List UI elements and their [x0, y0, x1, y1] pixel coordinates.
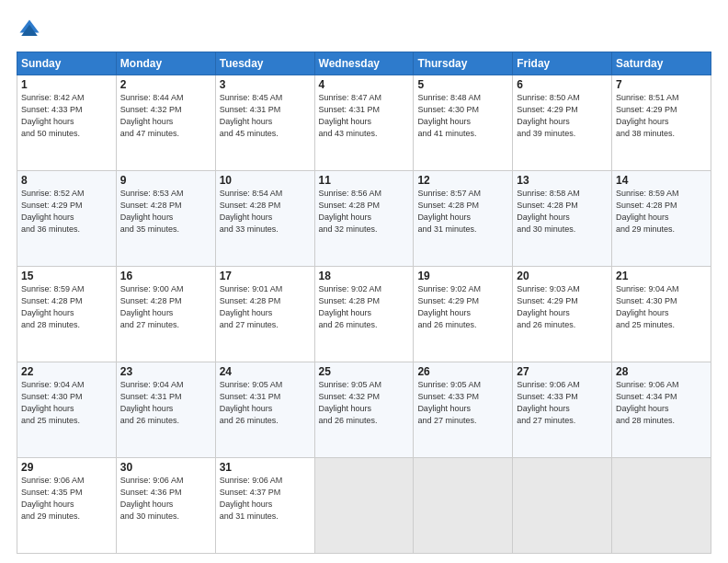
day-number: 25	[319, 365, 410, 378]
day-info: Sunrise: 8:48 AMSunset: 4:30 PMDaylight …	[417, 93, 481, 138]
page: SundayMondayTuesdayWednesdayThursdayFrid…	[0, 0, 728, 563]
calendar-cell: 21 Sunrise: 9:04 AMSunset: 4:30 PMDaylig…	[612, 267, 711, 362]
calendar-header-sunday: Sunday	[17, 52, 117, 75]
day-info: Sunrise: 9:02 AMSunset: 4:28 PMDaylight …	[319, 284, 382, 329]
day-info: Sunrise: 9:06 AMSunset: 4:33 PMDaylight …	[517, 380, 580, 425]
day-number: 6	[517, 78, 608, 91]
day-number: 8	[21, 174, 112, 187]
calendar-cell: 8 Sunrise: 8:52 AMSunset: 4:29 PMDayligh…	[17, 171, 117, 267]
day-info: Sunrise: 8:47 AMSunset: 4:31 PMDaylight …	[319, 93, 382, 138]
calendar-cell: 22 Sunrise: 9:04 AMSunset: 4:30 PMDaylig…	[17, 362, 117, 458]
day-info: Sunrise: 9:01 AMSunset: 4:28 PMDaylight …	[220, 284, 283, 329]
calendar-cell: 4 Sunrise: 8:47 AMSunset: 4:31 PMDayligh…	[314, 75, 414, 171]
day-number: 1	[21, 78, 112, 91]
day-info: Sunrise: 9:00 AMSunset: 4:28 PMDaylight …	[120, 284, 184, 329]
day-number: 30	[120, 461, 211, 474]
day-info: Sunrise: 8:58 AMSunset: 4:28 PMDaylight …	[517, 189, 580, 234]
day-number: 3	[220, 78, 311, 91]
calendar-header-thursday: Thursday	[414, 52, 513, 75]
day-number: 19	[417, 270, 508, 282]
day-number: 7	[616, 78, 707, 91]
calendar-header-row: SundayMondayTuesdayWednesdayThursdayFrid…	[17, 52, 711, 75]
calendar-week-2: 8 Sunrise: 8:52 AMSunset: 4:29 PMDayligh…	[17, 171, 711, 267]
day-number: 14	[616, 174, 707, 187]
calendar-cell	[414, 458, 513, 554]
calendar-cell	[612, 458, 711, 554]
day-info: Sunrise: 8:51 AMSunset: 4:29 PMDaylight …	[616, 93, 679, 138]
day-number: 17	[220, 270, 311, 282]
day-info: Sunrise: 9:04 AMSunset: 4:31 PMDaylight …	[120, 380, 184, 425]
calendar-cell: 5 Sunrise: 8:48 AMSunset: 4:30 PMDayligh…	[414, 75, 513, 171]
calendar-cell	[314, 458, 414, 554]
calendar-cell: 24 Sunrise: 9:05 AMSunset: 4:31 PMDaylig…	[215, 362, 314, 458]
day-info: Sunrise: 8:50 AMSunset: 4:29 PMDaylight …	[517, 93, 580, 138]
calendar-cell: 28 Sunrise: 9:06 AMSunset: 4:34 PMDaylig…	[612, 362, 711, 458]
calendar-cell: 19 Sunrise: 9:02 AMSunset: 4:29 PMDaylig…	[414, 267, 513, 362]
day-info: Sunrise: 9:04 AMSunset: 4:30 PMDaylight …	[616, 284, 679, 329]
calendar-header-wednesday: Wednesday	[314, 52, 414, 75]
day-info: Sunrise: 9:04 AMSunset: 4:30 PMDaylight …	[21, 380, 85, 425]
calendar-cell: 23 Sunrise: 9:04 AMSunset: 4:31 PMDaylig…	[116, 362, 215, 458]
day-number: 31	[220, 461, 311, 474]
calendar-cell: 20 Sunrise: 9:03 AMSunset: 4:29 PMDaylig…	[513, 267, 612, 362]
day-info: Sunrise: 9:05 AMSunset: 4:32 PMDaylight …	[319, 380, 382, 425]
day-number: 27	[517, 365, 608, 378]
calendar-table: SundayMondayTuesdayWednesdayThursdayFrid…	[17, 52, 711, 554]
day-number: 18	[319, 270, 410, 282]
day-number: 28	[616, 365, 707, 378]
calendar-cell: 9 Sunrise: 8:53 AMSunset: 4:28 PMDayligh…	[116, 171, 215, 267]
calendar-body: 1 Sunrise: 8:42 AMSunset: 4:33 PMDayligh…	[17, 75, 711, 554]
day-info: Sunrise: 9:05 AMSunset: 4:33 PMDaylight …	[417, 380, 481, 425]
day-number: 9	[120, 174, 211, 187]
day-number: 21	[616, 270, 707, 282]
calendar-header-saturday: Saturday	[612, 52, 711, 75]
calendar-cell: 3 Sunrise: 8:45 AMSunset: 4:31 PMDayligh…	[215, 75, 314, 171]
calendar-week-1: 1 Sunrise: 8:42 AMSunset: 4:33 PMDayligh…	[17, 75, 711, 171]
day-info: Sunrise: 8:45 AMSunset: 4:31 PMDaylight …	[220, 93, 283, 138]
header	[17, 17, 711, 42]
day-info: Sunrise: 8:59 AMSunset: 4:28 PMDaylight …	[21, 284, 85, 329]
day-info: Sunrise: 9:02 AMSunset: 4:29 PMDaylight …	[417, 284, 481, 329]
day-number: 5	[417, 78, 508, 91]
day-number: 29	[21, 461, 112, 474]
calendar-cell: 6 Sunrise: 8:50 AMSunset: 4:29 PMDayligh…	[513, 75, 612, 171]
calendar-cell: 29 Sunrise: 9:06 AMSunset: 4:35 PMDaylig…	[17, 458, 117, 554]
day-info: Sunrise: 9:06 AMSunset: 4:36 PMDaylight …	[120, 476, 184, 521]
calendar-header-tuesday: Tuesday	[215, 52, 314, 75]
calendar-cell: 17 Sunrise: 9:01 AMSunset: 4:28 PMDaylig…	[215, 267, 314, 362]
calendar-cell: 18 Sunrise: 9:02 AMSunset: 4:28 PMDaylig…	[314, 267, 414, 362]
calendar-cell: 11 Sunrise: 8:56 AMSunset: 4:28 PMDaylig…	[314, 171, 414, 267]
day-number: 4	[319, 78, 410, 91]
day-info: Sunrise: 8:52 AMSunset: 4:29 PMDaylight …	[21, 189, 85, 234]
day-info: Sunrise: 9:06 AMSunset: 4:34 PMDaylight …	[616, 380, 679, 425]
calendar-cell	[513, 458, 612, 554]
calendar-cell: 25 Sunrise: 9:05 AMSunset: 4:32 PMDaylig…	[314, 362, 414, 458]
day-number: 15	[21, 270, 112, 282]
day-info: Sunrise: 9:03 AMSunset: 4:29 PMDaylight …	[517, 284, 580, 329]
calendar-cell: 27 Sunrise: 9:06 AMSunset: 4:33 PMDaylig…	[513, 362, 612, 458]
day-number: 13	[517, 174, 608, 187]
calendar-cell: 1 Sunrise: 8:42 AMSunset: 4:33 PMDayligh…	[17, 75, 117, 171]
day-number: 20	[517, 270, 608, 282]
calendar-cell: 10 Sunrise: 8:54 AMSunset: 4:28 PMDaylig…	[215, 171, 314, 267]
calendar-header-monday: Monday	[116, 52, 215, 75]
day-info: Sunrise: 8:54 AMSunset: 4:28 PMDaylight …	[220, 189, 283, 234]
day-info: Sunrise: 8:57 AMSunset: 4:28 PMDaylight …	[417, 189, 481, 234]
calendar-week-3: 15 Sunrise: 8:59 AMSunset: 4:28 PMDaylig…	[17, 267, 711, 362]
day-number: 11	[319, 174, 410, 187]
calendar-cell: 31 Sunrise: 9:06 AMSunset: 4:37 PMDaylig…	[215, 458, 314, 554]
calendar-cell: 16 Sunrise: 9:00 AMSunset: 4:28 PMDaylig…	[116, 267, 215, 362]
calendar-cell: 7 Sunrise: 8:51 AMSunset: 4:29 PMDayligh…	[612, 75, 711, 171]
calendar-week-4: 22 Sunrise: 9:04 AMSunset: 4:30 PMDaylig…	[17, 362, 711, 458]
day-info: Sunrise: 9:06 AMSunset: 4:37 PMDaylight …	[220, 476, 283, 521]
calendar-cell: 2 Sunrise: 8:44 AMSunset: 4:32 PMDayligh…	[116, 75, 215, 171]
day-number: 22	[21, 365, 112, 378]
day-number: 23	[120, 365, 211, 378]
calendar-cell: 14 Sunrise: 8:59 AMSunset: 4:28 PMDaylig…	[612, 171, 711, 267]
day-info: Sunrise: 8:56 AMSunset: 4:28 PMDaylight …	[319, 189, 382, 234]
day-info: Sunrise: 8:44 AMSunset: 4:32 PMDaylight …	[120, 93, 184, 138]
day-info: Sunrise: 8:53 AMSunset: 4:28 PMDaylight …	[120, 189, 184, 234]
day-info: Sunrise: 8:59 AMSunset: 4:28 PMDaylight …	[616, 189, 679, 234]
calendar-cell: 13 Sunrise: 8:58 AMSunset: 4:28 PMDaylig…	[513, 171, 612, 267]
logo	[17, 17, 46, 42]
